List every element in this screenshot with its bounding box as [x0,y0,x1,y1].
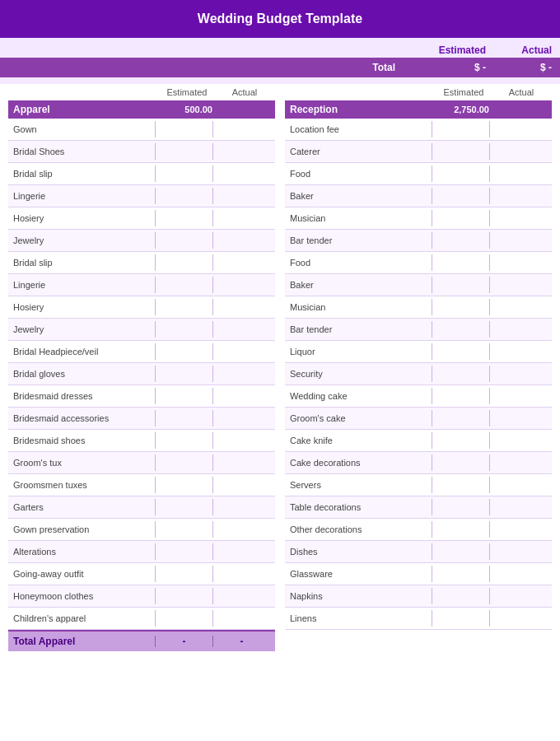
list-item: Honeymoon clothes [8,585,275,608]
list-item: Napkins [285,585,552,608]
list-item: Baker [285,185,552,207]
list-item: Children's apparel [8,608,275,630]
list-item: Food [285,163,552,185]
total-apparel-estimated: - [155,636,212,647]
list-item: Bridal gloves [8,363,275,385]
list-item: Bridesmaid accessories [8,408,275,430]
actual-header: Actual [486,44,552,56]
list-item: Dishes [285,541,552,563]
list-item: Location fee [285,119,552,141]
reception-category-row: Reception 2,750.00 [285,100,552,119]
list-item: Musician [285,296,552,319]
list-item: Cake knife [285,430,552,452]
list-item: Garters [8,496,275,519]
list-item: Bridesmaid shoes [8,430,275,452]
list-item-gown-preservation: Gown preservation [8,519,275,541]
list-item: Bridal slip [8,163,275,185]
grand-total-row: Total $ - $ - [0,58,560,77]
header: Wedding Budget Template [0,0,560,38]
list-item: Jewelry [8,230,275,252]
list-item: Glassware [285,563,552,585]
list-item: Alterations [8,541,275,563]
list-item: Food [285,252,552,274]
total-apparel-row: Total Apparel - - [8,630,275,651]
page-title: Wedding Budget Template [198,12,362,26]
apparel-category-row: Apparel 500.00 [8,100,275,119]
reception-category-estimated: 2,750.00 [432,105,489,114]
total-apparel-actual: - [212,636,270,647]
list-item: Bridal Shoes [8,141,275,163]
apparel-section: Estimated Actual Apparel 500.00 Gown Bri… [7,84,277,651]
list-item: Baker [285,274,552,296]
apparel-category-label: Apparel [13,104,155,115]
reception-actual-col-header: Actual [492,87,550,97]
list-item: Caterer [285,141,552,163]
reception-section: Estimated Actual Reception 2,750.00 Loca… [283,84,553,651]
total-label: Total [8,62,404,73]
list-item: Groom's tux [8,452,275,474]
list-item: Jewelry [8,319,275,341]
list-item: Table decorations [285,496,552,519]
reception-category-label: Reception [290,104,432,115]
list-item: Cake decorations [285,452,552,474]
reception-col-headers: Estimated Actual [285,84,552,100]
list-item: Groom's cake [285,408,552,430]
list-item: Bar tender [285,230,552,252]
list-item: Bridesmaid dresses [8,385,275,408]
list-item: Lingerie [8,274,275,296]
list-item: Servers [285,474,552,496]
reception-estimated-col-header: Estimated [435,87,492,97]
list-item: Hosiery [8,296,275,319]
list-item: Linens [285,608,552,630]
list-item: Wedding cake [285,385,552,408]
list-item: Security [285,363,552,385]
total-estimated-value: $ - [404,62,486,73]
apparel-estimated-col-header: Estimated [158,87,216,97]
list-item: Groomsmen tuxes [8,474,275,496]
apparel-col-headers: Estimated Actual [8,84,275,100]
list-item: Musician [285,207,552,230]
apparel-actual-col-header: Actual [216,87,273,97]
list-item: Hosiery [8,207,275,230]
list-item: Liquor [285,341,552,363]
estimated-header: Estimated [404,44,486,56]
list-item: Lingerie [8,185,275,207]
list-item: Other decorations [285,519,552,541]
list-item: Bar tender [285,319,552,341]
list-item: Bridal slip [8,252,275,274]
total-apparel-label: Total Apparel [13,636,155,647]
total-actual-value: $ - [486,62,552,73]
list-item: Going-away outfit [8,563,275,585]
apparel-category-estimated: 500.00 [155,105,212,114]
list-item: Gown [8,119,275,141]
list-item: Bridal Headpiece/veil [8,341,275,363]
